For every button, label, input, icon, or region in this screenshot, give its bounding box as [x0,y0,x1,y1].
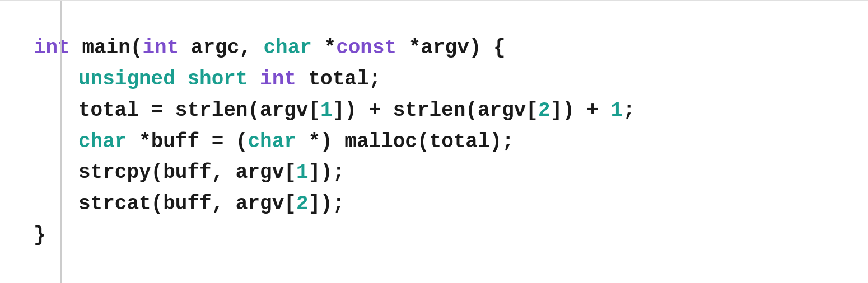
code-line-5: strcpy(buff, argv[1]); [34,157,868,188]
code-line-6: strcat(buff, argv[2]); [34,188,868,220]
keyword-int-2: int [142,36,179,59]
code-line-4: char *buff = (char *) malloc(total); [34,126,868,158]
code-container: int main(int argc, char *const *argv) { … [0,0,868,283]
code-text: ]); [308,161,344,184]
code-text: ]); [308,192,344,215]
code-closing-brace: } [34,224,46,247]
code-text: total; [296,68,381,91]
code-line-1: int main(int argc, char *const *argv) { [34,32,868,64]
code-text: *) malloc(total); [296,130,514,153]
code-line-3: total = strlen(argv[1]) + strlen(argv[2]… [34,95,868,126]
code-text: ]) + strlen(argv[ [333,99,538,122]
code-line-7: } [34,220,868,251]
number-2a: 2 [538,99,550,122]
code-text: *argv) { [396,36,505,59]
keyword-int-1: int [34,36,70,59]
number-1c: 1 [296,161,309,184]
keyword-int-3: int [260,68,296,91]
keyword-const: const [336,36,396,59]
number-1b: 1 [611,99,623,122]
code-text: ; [623,99,635,122]
code-line-2: unsigned short int total; [34,64,868,95]
code-text: strcat(buff, argv[ [78,192,296,215]
keyword-unsigned-short: unsigned short [78,68,260,91]
keyword-char-3: char [248,130,296,153]
code-text: *buff = ( [127,130,248,153]
code-text: total = strlen(argv[ [78,99,320,122]
number-1a: 1 [320,99,333,122]
code-text: strcpy(buff, argv[ [78,161,296,184]
left-border-line [60,1,62,283]
code-text: * [312,36,336,59]
code-text: argc, [179,36,263,59]
keyword-char-1: char [263,36,311,59]
keyword-char-2: char [78,130,127,153]
code-text: ]) + [550,99,611,122]
number-2b: 2 [296,192,309,215]
code-text: main( [70,36,143,59]
code-block: int main(int argc, char *const *argv) { … [34,32,868,251]
